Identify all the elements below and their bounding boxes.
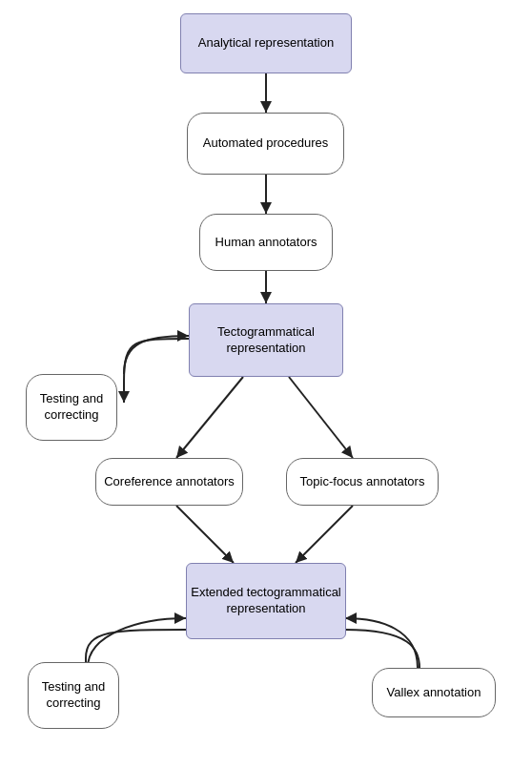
label-testing2: Testing and correcting xyxy=(29,679,118,712)
label-analytical: Analytical representation xyxy=(198,35,334,52)
label-vallex: Vallex annotation xyxy=(387,685,481,701)
node-coreference: Coreference annotators xyxy=(95,458,243,506)
node-testing2: Testing and correcting xyxy=(28,662,119,729)
node-topic-focus: Topic-focus annotators xyxy=(286,458,439,506)
node-tecto: Tectogrammatical representation xyxy=(189,303,343,377)
node-extended: Extended tectogrammatical representation xyxy=(186,563,346,639)
svg-line-6 xyxy=(289,377,353,458)
node-analytical: Analytical representation xyxy=(180,13,352,73)
svg-line-5 xyxy=(176,377,243,458)
svg-line-7 xyxy=(176,506,234,563)
label-tecto: Tectogrammatical representation xyxy=(190,324,342,357)
node-human: Human annotators xyxy=(199,214,333,271)
label-automated: Automated procedures xyxy=(203,135,329,152)
svg-line-8 xyxy=(296,506,353,563)
label-human: Human annotators xyxy=(215,235,317,251)
node-vallex: Vallex annotation xyxy=(372,668,496,717)
node-automated: Automated procedures xyxy=(187,113,344,175)
flowchart-diagram: Analytical representation Automated proc… xyxy=(0,0,532,768)
label-coreference: Coreference annotators xyxy=(104,474,235,490)
label-topic-focus: Topic-focus annotators xyxy=(300,474,425,490)
node-testing1: Testing and correcting xyxy=(26,374,117,441)
label-testing1: Testing and correcting xyxy=(27,391,116,424)
label-extended: Extended tectogrammatical representation xyxy=(187,585,345,617)
